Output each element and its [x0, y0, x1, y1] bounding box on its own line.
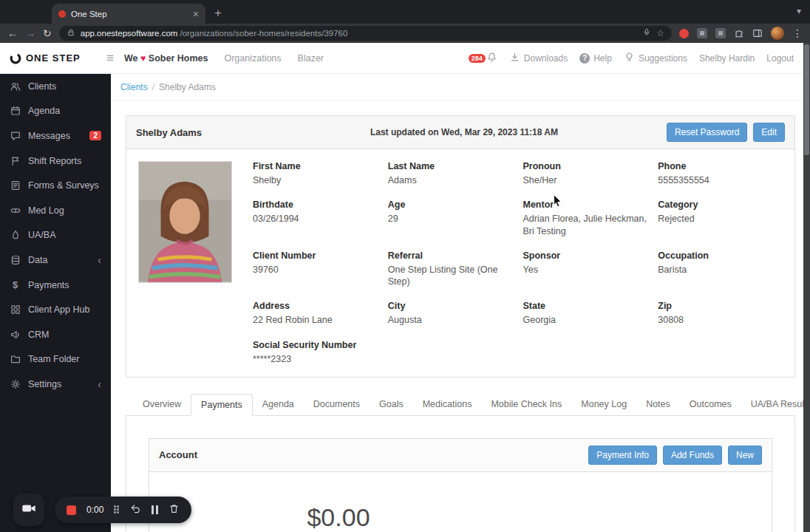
extension-icon[interactable]: [697, 28, 707, 38]
recorder-camera-button[interactable]: [13, 494, 44, 526]
droplet-icon: [10, 230, 21, 240]
tab-close-icon[interactable]: ×: [193, 8, 199, 20]
hamburger-menu-icon[interactable]: ≡: [106, 51, 114, 66]
page-scrollbar[interactable]: [803, 43, 810, 532]
extensions-area: ⋮: [679, 27, 803, 40]
flag-icon: [10, 156, 21, 166]
field-age: Age29: [388, 200, 513, 237]
field-pronoun: PronounShe/Her: [523, 161, 648, 186]
field-client-number: Client Number39760: [253, 250, 378, 288]
tab-goals[interactable]: Goals: [370, 394, 413, 416]
browser-profile-avatar[interactable]: [771, 27, 784, 40]
suggestions-link[interactable]: Suggestions: [624, 52, 687, 65]
account-card: Account Payment Info Add Funds New $0.00…: [149, 438, 772, 532]
client-card: Shelby Adams Last updated on Wed, Mar 29…: [126, 115, 795, 378]
onestep-logo[interactable]: ONE STEP: [0, 52, 111, 65]
browser-toolbar: ← → ↻ app.onestepsoftware.com/organizati…: [0, 24, 810, 43]
sidebar-item-client-app-hub[interactable]: Client App Hub: [0, 297, 111, 322]
breadcrumb-separator: /: [152, 82, 154, 92]
sidebar-item-payments[interactable]: $ Payments: [0, 273, 111, 298]
puzzle-extensions-icon[interactable]: [734, 28, 744, 38]
browser-menu-icon[interactable]: ⋮: [792, 28, 803, 38]
help-link[interactable]: ? Help: [579, 53, 612, 64]
tab-overview[interactable]: Overview: [133, 394, 191, 416]
sidebar-item-forms-surveys[interactable]: Forms & Surveys: [0, 173, 111, 198]
new-button[interactable]: New: [728, 446, 762, 465]
account-body: $0.00 Available Funds View History Bille…: [149, 472, 772, 532]
sidebar-item-agenda[interactable]: Agenda: [0, 99, 111, 124]
recording-time: 0:00: [86, 505, 103, 515]
extension-icon-2[interactable]: [715, 28, 726, 38]
sidebar-item-crm[interactable]: CRM: [0, 322, 111, 347]
tab-uaba-results[interactable]: UA/BA Results: [741, 394, 810, 416]
tab-mobile-check-ins[interactable]: Mobile Check Ins: [481, 394, 571, 416]
tab-agenda[interactable]: Agenda: [253, 394, 304, 416]
scrollbar-thumb[interactable]: [804, 44, 809, 155]
notifications-bell[interactable]: 284: [486, 52, 497, 65]
restart-recording-icon[interactable]: [130, 503, 141, 517]
url-host: app.onestepsoftware.com: [81, 29, 178, 38]
chevron-left-icon: ‹: [98, 254, 101, 266]
reset-password-button[interactable]: Reset Password: [667, 123, 747, 142]
tab-money-log[interactable]: Money Log: [571, 394, 636, 416]
field-state: StateGeorgia: [523, 301, 648, 326]
browser-tab[interactable]: One Step ×: [52, 4, 205, 24]
field-referral: ReferralOne Step Listing Site (One Step): [388, 250, 513, 288]
header-nav: We ♥ Sober Homes Organizations Blazer: [124, 53, 324, 64]
bell-icon: [486, 52, 497, 65]
heart-icon: ♥: [140, 53, 146, 64]
sidebar-item-uaba[interactable]: UA/BA: [0, 223, 111, 248]
address-bar[interactable]: app.onestepsoftware.com/organizations/so…: [59, 26, 672, 41]
field-birthdate: Birthdate03/26/1994: [253, 200, 378, 237]
downloads-link[interactable]: Downloads: [509, 52, 568, 65]
notification-badge: 284: [469, 54, 486, 63]
add-funds-button[interactable]: Add Funds: [663, 446, 722, 465]
field-phone: Phone5555355554: [658, 161, 783, 186]
client-card-header: Shelby Adams Last updated on Wed, Mar 29…: [126, 116, 794, 149]
sidebar-item-team-folder[interactable]: Team Folder: [0, 347, 111, 372]
side-panel-icon[interactable]: [752, 28, 763, 38]
new-tab-button[interactable]: +: [214, 6, 222, 21]
field-occupation: OccupationBarista: [658, 250, 783, 288]
megaphone-icon: [10, 330, 21, 340]
sidebar-item-shift-reports[interactable]: Shift Reports: [0, 149, 111, 174]
org-switcher[interactable]: We ♥ Sober Homes: [124, 53, 208, 64]
pause-recording-icon[interactable]: [152, 505, 158, 514]
nav-blazer[interactable]: Blazer: [298, 53, 324, 64]
browser-tabstrip: One Step × + ▾: [0, 0, 810, 24]
lightbulb-icon: [624, 52, 635, 65]
forward-icon[interactable]: →: [25, 28, 35, 38]
breadcrumb-clients-link[interactable]: Clients: [120, 82, 148, 92]
logout-link[interactable]: Logout: [766, 53, 794, 64]
sidebar-item-messages[interactable]: Messages 2: [0, 123, 111, 149]
bookmark-star-icon[interactable]: ☆: [656, 28, 664, 38]
tab-notes[interactable]: Notes: [636, 394, 680, 416]
current-user[interactable]: Shelby Hardin: [699, 53, 755, 64]
back-icon[interactable]: ←: [7, 28, 18, 38]
help-icon: ?: [579, 53, 590, 64]
drag-handle-icon[interactable]: [114, 505, 120, 514]
url-path: /organizations/sober-homes/residents/397…: [180, 29, 347, 38]
sidebar-item-med-log[interactable]: Med Log: [0, 198, 111, 223]
form-icon: [10, 180, 21, 191]
delete-recording-icon[interactable]: [169, 503, 180, 517]
tab-payments[interactable]: Payments: [191, 394, 253, 416]
sidebar-item-data[interactable]: Data ‹: [0, 248, 111, 273]
edit-button[interactable]: Edit: [753, 123, 785, 142]
sidebar-item-settings[interactable]: Settings ‹: [0, 372, 111, 397]
pill-icon: [10, 205, 21, 216]
field-zip: Zip30808: [658, 301, 783, 326]
stop-recording-button[interactable]: [67, 505, 76, 515]
tab-documents[interactable]: Documents: [304, 394, 370, 416]
recorder-extension-icon[interactable]: [679, 29, 689, 38]
tab-outcomes[interactable]: Outcomes: [680, 394, 741, 416]
tab-search-chevron-icon[interactable]: ▾: [797, 6, 801, 16]
microphone-icon[interactable]: [642, 28, 651, 38]
payment-info-button[interactable]: Payment Info: [588, 446, 657, 465]
nav-organizations[interactable]: Organizations: [224, 53, 281, 64]
account-title: Account: [159, 449, 197, 460]
client-photo: [138, 161, 232, 283]
reload-icon[interactable]: ↻: [43, 28, 52, 38]
tab-medications[interactable]: Medications: [413, 394, 482, 416]
sidebar-item-clients[interactable]: Clients: [0, 74, 111, 99]
